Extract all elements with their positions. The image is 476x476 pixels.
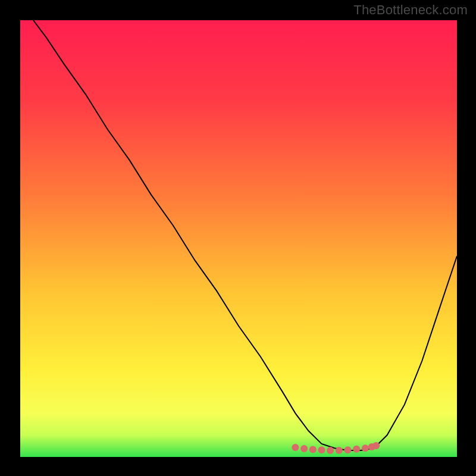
- plot-area: [20, 20, 457, 457]
- optimal-marker-dot: [345, 446, 352, 453]
- optimal-marker-dot: [300, 445, 308, 452]
- optimal-marker-dot: [372, 442, 380, 449]
- optimal-marker-dot: [292, 444, 299, 451]
- optimal-marker-dot: [353, 446, 360, 453]
- chart-container: TheBottleneck.com: [0, 0, 476, 476]
- optimal-marker-dot: [327, 447, 334, 454]
- bottleneck-chart: [0, 0, 476, 476]
- watermark-text: TheBottleneck.com: [353, 2, 468, 18]
- optimal-marker-dot: [318, 446, 325, 453]
- optimal-marker-dot: [362, 444, 369, 452]
- optimal-marker-dot: [309, 446, 317, 453]
- optimal-marker-dot: [336, 447, 343, 454]
